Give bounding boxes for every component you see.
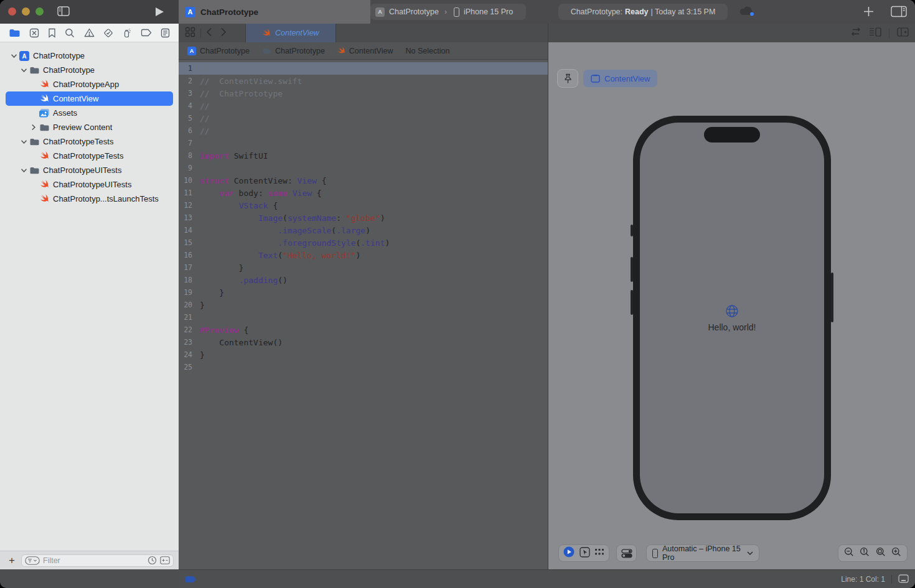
minimap-icon[interactable] [869,27,881,39]
variants-mode-button[interactable] [594,548,604,559]
scheme-project-label[interactable]: ChatPrototype [389,7,439,16]
code-line-15[interactable]: 15 .foregroundStyle(.tint) [179,236,548,249]
tree-row-chatprototypetests[interactable]: ChatPrototypeTests [6,134,173,149]
tree-item-label: ChatPrototype [43,65,95,75]
code-line-24[interactable]: 24} [179,348,548,361]
iphone-icon [454,7,459,17]
tree-row-chatprototype[interactable]: AChatPrototype [6,49,173,63]
code-line-9[interactable]: 9 [179,162,548,174]
zoom-out-icon[interactable] [844,547,854,559]
code-line-3[interactable]: 3// ChatPrototype [179,87,548,100]
add-editor-icon[interactable] [897,27,909,39]
breadcrumb-selection[interactable]: No Selection [406,47,450,55]
run-button[interactable] [155,7,164,19]
line-number: 22 [179,325,200,334]
back-button[interactable] [206,27,212,39]
line-number: 10 [179,176,200,185]
live-preview-button[interactable] [563,546,575,560]
add-button[interactable] [863,6,874,19]
tree-row-chatprototypeapp[interactable]: ChatPrototypeApp [6,77,173,91]
tests-icon[interactable] [103,28,113,38]
scheme-device-label[interactable]: iPhone 15 Pro [464,7,513,16]
find-icon[interactable] [65,28,75,38]
tree-row-chatprototyp-tslaunchtests[interactable]: ChatPrototyp...tsLaunchTests [6,192,173,206]
code-line-4[interactable]: 4// [179,100,548,112]
code-line-7[interactable]: 7 [179,137,548,149]
code-line-23[interactable]: 23 ContentView() [179,336,548,348]
code-review-icon[interactable] [850,27,861,39]
toggle-navigator-icon[interactable] [57,6,70,19]
selectable-mode-button[interactable] [580,547,590,560]
code-line-13[interactable]: 13 Image(systemName: "globe") [179,212,548,224]
code-line-21[interactable]: 21 [179,311,548,324]
activity-status[interactable]: ChatPrototype: Ready | Today at 3:15 PM [558,4,728,20]
project-navigator-icon[interactable] [9,28,21,38]
zoom-100-icon[interactable] [860,547,870,559]
code-line-14[interactable]: 14 .imageScale(.large) [179,224,548,236]
issues-icon[interactable] [84,28,95,37]
device-settings-button[interactable] [616,544,637,562]
code-line-2[interactable]: 2// ContentView.swift [179,75,548,87]
breakpoints-icon[interactable] [141,29,152,37]
tree-row-chatprototype[interactable]: ChatPrototype [6,63,173,77]
related-items-icon[interactable] [185,27,195,40]
preview-target-chip[interactable]: ContentView [583,70,657,87]
minimize-window-button[interactable] [22,7,30,16]
tree-item-label: Assets [53,108,77,118]
code-line-5[interactable]: 5// [179,112,548,124]
tree-row-chatprototypetests[interactable]: ChatPrototypeTests [6,149,173,163]
code-line-19[interactable]: 19 } [179,286,548,299]
pin-preview-button[interactable] [557,69,578,88]
preview-screen[interactable]: Hello, world! [640,123,824,513]
tree-item-label: ContentView [53,94,98,103]
close-window-button[interactable] [8,7,16,16]
reports-icon[interactable] [161,28,170,38]
code-line-12[interactable]: 12 VStack { [179,199,548,212]
code-line-10[interactable]: 10struct ContentView: View { [179,174,548,187]
filter-field[interactable]: Filter [21,554,174,567]
recent-files-icon[interactable] [148,556,157,565]
zoom-controls [838,544,908,562]
bookmarks-icon[interactable] [48,28,56,38]
line-number: 11 [179,189,200,197]
source-editor[interactable]: 1//2// ContentView.swift3// ChatPrototyp… [179,60,548,569]
code-line-1[interactable]: 1// [179,62,548,75]
tree-row-chatprototypeuitests[interactable]: ChatPrototypeUITests [6,163,173,177]
line-col-indicator[interactable]: Line: 1 Col: 1 [841,575,885,584]
line-number: 9 [179,164,200,172]
add-file-button[interactable]: + [6,555,17,566]
zoom-fit-icon[interactable] [876,547,886,559]
breadcrumb-file[interactable]: ContentView [337,47,393,55]
preview-device-menu[interactable]: Automatic – iPhone 15 Pro [646,544,759,562]
folder-icon [262,47,271,55]
line-number: 13 [179,213,200,222]
tree-row-chatprototypeuitests[interactable]: ChatPrototypeUITests [6,177,173,192]
code-line-6[interactable]: 6// [179,124,548,137]
source-control-icon[interactable] [29,28,39,38]
zoom-in-icon[interactable] [891,547,901,559]
breadcrumb-group[interactable]: ChatPrototype [262,47,325,55]
code-line-25[interactable]: 25 [179,361,548,373]
editor-layout-icon[interactable] [891,6,907,20]
code-line-20[interactable]: 20} [179,299,548,311]
tree-row-preview-content[interactable]: Preview Content [6,120,173,134]
editor-settings-icon[interactable] [898,574,909,585]
code-line-22[interactable]: 22#Preview { [179,324,548,336]
code-line-17[interactable]: 17 } [179,261,548,274]
breakpoint-tag-icon[interactable] [185,576,196,582]
scm-filter-icon[interactable] [160,556,170,564]
filter-menu-icon[interactable] [25,556,40,565]
debug-gauge-icon[interactable] [122,28,132,38]
code-line-16[interactable]: 16 Text("Hello, world!") [179,249,548,261]
breadcrumb-project[interactable]: A ChatPrototype [187,47,250,55]
code-line-18[interactable]: 18 .padding() [179,274,548,286]
tree-row-assets[interactable]: Assets [6,106,173,120]
forward-button[interactable] [220,27,227,39]
code-line-8[interactable]: 8import SwiftUI [179,149,548,162]
code-line-11[interactable]: 11 var body: some View { [179,187,548,199]
zoom-window-button[interactable] [35,7,44,16]
cloud-status-icon[interactable] [739,6,754,19]
scheme-selector[interactable]: A ChatPrototype › iPhone 15 Pro [370,4,526,20]
tab-contentview[interactable]: ContentView [245,24,336,42]
tree-row-contentview[interactable]: ContentView [6,91,173,106]
